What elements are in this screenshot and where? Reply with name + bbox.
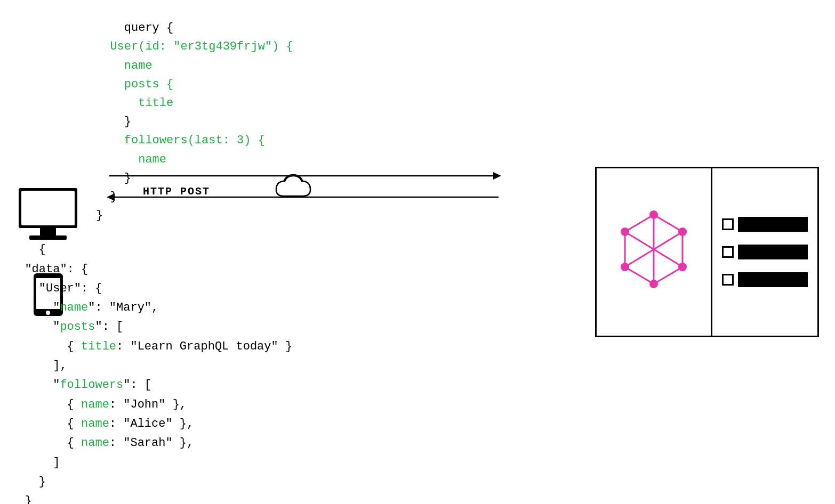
main-container: query { User(id: "er3tg439frjw") { name … xyxy=(0,0,835,504)
data-row-2 xyxy=(722,245,808,259)
svg-point-28 xyxy=(649,210,658,219)
svg-point-29 xyxy=(678,227,687,236)
svg-line-24 xyxy=(625,215,654,232)
data-square-2 xyxy=(722,246,734,258)
svg-line-22 xyxy=(625,267,654,284)
graphql-panel xyxy=(595,167,712,337)
graphql-logo-icon xyxy=(616,209,691,295)
svg-line-19 xyxy=(654,215,683,232)
svg-marker-8 xyxy=(493,172,501,180)
data-bar-1 xyxy=(738,217,808,232)
svg-line-21 xyxy=(654,267,683,284)
response-code-block: { "data": { "User": { "name": "Mary", "p… xyxy=(11,221,292,504)
http-post-label: HTTP POST xyxy=(143,185,210,198)
svg-point-32 xyxy=(621,263,629,271)
svg-rect-1 xyxy=(21,191,75,225)
data-square-1 xyxy=(722,218,734,230)
server-box xyxy=(595,167,819,337)
svg-point-30 xyxy=(678,263,687,271)
data-row-1 xyxy=(722,217,808,232)
data-row-3 xyxy=(722,272,808,287)
svg-point-31 xyxy=(649,280,658,288)
svg-marker-10 xyxy=(107,193,115,201)
data-bar-2 xyxy=(738,245,808,259)
svg-point-33 xyxy=(621,227,629,236)
data-square-3 xyxy=(722,274,734,286)
data-panel xyxy=(712,167,819,337)
data-bar-3 xyxy=(738,272,808,287)
cloud-icon xyxy=(272,169,315,199)
